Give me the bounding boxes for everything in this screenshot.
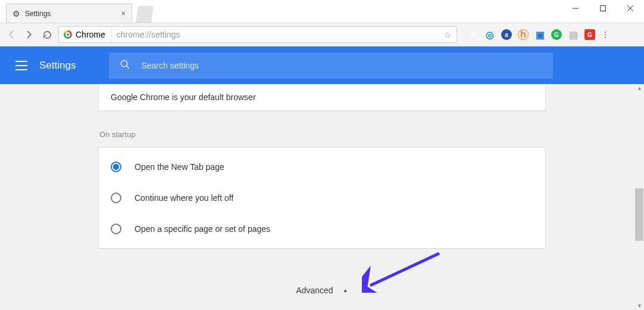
ext-icon-3[interactable]: h [518,29,529,40]
omnibox-url: chrome://settings [117,30,180,39]
close-tab-icon[interactable]: × [121,9,126,18]
startup-option-label: Continue where you left off [135,193,233,203]
startup-option-new-tab[interactable]: Open the New Tab page [111,151,533,182]
radio-unselected-icon [111,193,121,203]
address-bar[interactable]: Chrome chrome://settings ☆ [58,26,457,43]
scroll-up-icon[interactable]: ▲ [637,85,642,91]
svg-point-4 [121,60,128,67]
on-startup-section-label: On startup [99,130,546,139]
tab-strip: ⚙ Settings × [0,0,644,23]
nav-forward-icon[interactable] [23,28,36,41]
nav-back-icon[interactable] [5,28,18,41]
scrollbar[interactable]: ▲ ▼ [634,84,644,310]
default-browser-text: Google Chrome is your default browser [111,92,256,102]
radio-selected-icon [111,162,121,172]
new-tab-button[interactable] [136,6,154,23]
browser-toolbar: Chrome chrome://settings ☆ M ◎ a h ▣ G ▤… [0,23,644,46]
svg-line-5 [127,66,130,69]
settings-header: Settings [0,46,644,84]
chrome-menu-icon[interactable]: ⋮ [600,30,611,39]
on-startup-card: Open the New Tab page Continue where you… [98,147,546,249]
hamburger-menu-icon[interactable] [15,61,27,70]
radio-unselected-icon [111,224,121,234]
ext-icon-2[interactable]: a [501,29,512,40]
tab-title: Settings [25,10,51,18]
advanced-toggle[interactable]: Advanced ▲ [98,286,546,295]
search-icon [120,59,130,72]
startup-option-label: Open a specific page or set of pages [135,224,270,234]
caret-up-icon: ▲ [343,287,348,293]
bookmark-star-icon[interactable]: ☆ [444,30,452,39]
omnibox-origin-label: Chrome [76,30,105,39]
ext-icon-5[interactable]: G [551,29,562,40]
scroll-down-icon[interactable]: ▼ [637,303,642,309]
startup-option-specific-pages[interactable]: Open a specific page or set of pages [111,213,533,244]
settings-content: Google Chrome is your default browser On… [0,84,644,310]
ext-icon-6[interactable]: ▤ [568,29,579,40]
extensions-tray: M ◎ a h ▣ G ▤ G [468,29,595,40]
chrome-logo-icon [64,30,72,39]
settings-search-field[interactable] [109,52,553,79]
ext-icon-7[interactable]: G [584,29,595,40]
default-browser-card: Google Chrome is your default browser [98,84,546,111]
nav-reload-icon[interactable] [40,28,54,41]
browser-tab-settings[interactable]: ⚙ Settings × [6,4,132,23]
ext-icon-1[interactable]: ◎ [484,29,495,40]
startup-option-label: Open the New Tab page [135,162,224,172]
settings-search-input[interactable] [141,61,542,70]
ext-icon-0[interactable]: M [468,29,479,40]
scroll-thumb[interactable] [635,188,643,241]
startup-option-continue[interactable]: Continue where you left off [111,182,533,213]
gear-icon: ⚙ [12,9,20,18]
page-title: Settings [39,60,76,72]
advanced-label: Advanced [296,286,333,295]
ext-icon-4[interactable]: ▣ [534,29,545,40]
